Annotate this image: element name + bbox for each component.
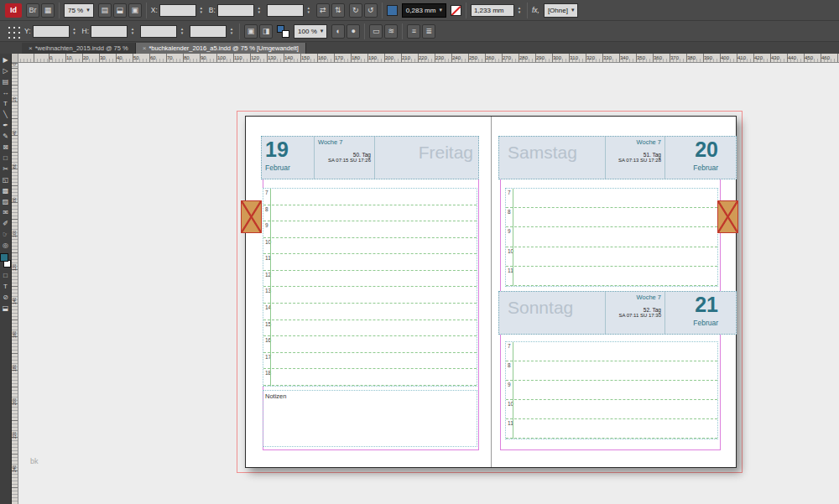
friday-header-frame[interactable]: 19 Februar Woche 7 50. Tag SA 07:15 SU 1… <box>261 136 479 179</box>
line-tool[interactable]: ╲ <box>0 109 11 120</box>
chevron-down-icon: ▾ <box>86 7 90 13</box>
hour-row: 10 <box>506 400 717 419</box>
close-tab-icon[interactable]: × <box>143 44 147 52</box>
wrap-none-button[interactable]: ▭ <box>369 24 383 39</box>
sunday-week-label: Woche 7 <box>609 294 661 301</box>
pencil-tool[interactable]: ✎ <box>0 131 11 142</box>
gradient-swatch-tool[interactable]: ▩ <box>0 185 11 196</box>
fill-stroke-swatch[interactable] <box>0 253 11 268</box>
corner-radius-input[interactable]: 1,233 mm <box>471 4 514 17</box>
saturday-hour-grid[interactable]: 7891011 <box>505 188 718 287</box>
separator <box>466 3 466 18</box>
friday-hour-grid[interactable]: 789101112131415161718 <box>263 188 477 387</box>
zoom-level-select[interactable]: 75 %▾ <box>64 3 94 18</box>
scissors-tool[interactable]: ✂ <box>0 164 11 174</box>
screen-mode-tool-button[interactable]: ⬓ <box>0 303 11 314</box>
ruler-label: 300 <box>553 54 570 62</box>
sunday-header-frame[interactable]: Sonntag Woche 7 52. Tag SA 07:11 SU 17:3… <box>498 291 737 335</box>
tab-buchkalender-2016[interactable]: × *buchkalender_2016_a5.indd @ 75 % [Umg… <box>136 43 306 54</box>
reference-point-proxy[interactable] <box>5 23 20 39</box>
stroke-weight-select[interactable]: 0,283 mm▾ <box>402 3 446 18</box>
ruler-label: 290 <box>536 54 553 62</box>
saturday-date-cell: 20 Februar <box>665 137 736 179</box>
type-tool[interactable]: T <box>0 98 11 109</box>
zoom-tool[interactable]: ◎ <box>0 240 11 251</box>
effects-button[interactable]: ◐ <box>331 24 345 39</box>
flip-horizontal-button[interactable]: ⇄ <box>316 3 330 18</box>
bridge-button[interactable]: Br <box>26 3 39 18</box>
separator <box>146 3 147 18</box>
opacity-select[interactable]: 100 %▾ <box>294 24 327 39</box>
saturday-header-frame[interactable]: Samstag Woche 7 51. Tag SA 07:13 SU 17:2… <box>498 136 737 179</box>
hour-row: 9 <box>506 227 717 247</box>
document-canvas[interactable]: 19 Februar Woche 7 50. Tag SA 07:15 SU 1… <box>18 63 839 504</box>
height-stepper[interactable] <box>129 25 136 38</box>
free-transform-tool[interactable]: ◱ <box>0 174 11 185</box>
scale-x-stepper[interactable] <box>305 4 312 17</box>
vertical-ruler[interactable]: 020406080100120140160180200220240 <box>12 63 18 504</box>
align-center-button[interactable]: ≣ <box>422 24 435 39</box>
screen-mode-button[interactable]: ⬓ <box>113 3 127 18</box>
friday-sun-times: SA 07:15 SU 17:26 <box>318 158 371 163</box>
bookmark-placeholder-right[interactable] <box>717 200 738 233</box>
y-input[interactable] <box>33 25 70 38</box>
view-options-button[interactable]: ▤ <box>98 3 112 18</box>
stroke-type-swatch[interactable] <box>451 5 461 16</box>
gradient-feather-tool[interactable]: ▨ <box>0 196 11 207</box>
rotate-ccw-button[interactable]: ↺ <box>364 3 378 18</box>
rectangle-tool[interactable]: □ <box>0 153 11 164</box>
selection-tool[interactable]: ▶ <box>0 55 11 65</box>
arrange-documents-button[interactable]: ▣ <box>128 3 142 18</box>
height-input[interactable] <box>91 25 128 38</box>
fit-content-button[interactable]: ▣ <box>244 24 258 39</box>
page-tool[interactable]: ▤ <box>0 76 11 87</box>
apply-none-button[interactable]: ⊘ <box>0 292 11 303</box>
bookmark-placeholder-left[interactable] <box>241 200 262 233</box>
gap-tool[interactable]: ↔ <box>0 87 11 98</box>
rotate-cw-button[interactable]: ↻ <box>349 3 362 18</box>
ruler-label: 140 <box>12 298 17 331</box>
y-stepper[interactable] <box>71 25 78 38</box>
wrap-around-button[interactable]: ≋ <box>384 24 398 39</box>
notes-frame[interactable]: Notizen <box>263 390 477 447</box>
width-stepper[interactable] <box>256 4 263 17</box>
rotation-stepper[interactable] <box>179 25 185 38</box>
touch-workspace-button[interactable]: ▦ <box>41 3 55 18</box>
scale-x-input[interactable] <box>267 4 304 17</box>
hand-tool[interactable]: ☞ <box>0 229 11 240</box>
formatting-affects-text-button[interactable]: T <box>0 281 11 292</box>
corner-radius-stepper[interactable] <box>516 4 523 17</box>
page-spread[interactable]: 19 Februar Woche 7 50. Tag SA 07:15 SU 1… <box>245 116 737 468</box>
stroke-color-swatch[interactable] <box>387 5 398 16</box>
flip-vertical-button[interactable]: ⇅ <box>331 3 345 18</box>
drop-shadow-button[interactable]: ● <box>347 24 360 39</box>
close-tab-icon[interactable]: × <box>29 44 33 52</box>
object-style-select[interactable]: [Ohne]▾ <box>544 3 579 18</box>
sunday-hour-grid[interactable]: 7891011 <box>505 341 718 439</box>
pen-tool[interactable]: ✒ <box>0 120 11 131</box>
control-panel-row-2: Y: H: ▣◨ 100 %▾ ◐● <box>0 21 839 42</box>
hour-row: 13 <box>263 287 477 304</box>
ruler-origin-box[interactable] <box>12 54 18 63</box>
note-tool[interactable]: ✉ <box>0 207 11 218</box>
eyedropper-tool[interactable]: ✐ <box>0 218 11 229</box>
formatting-affects-container-button[interactable]: □ <box>0 270 11 281</box>
tab-weihnachten-2015[interactable]: × *weihnachten_2015.indd @ 75 % <box>22 43 136 54</box>
shear-input[interactable] <box>190 25 227 38</box>
rotation-input[interactable] <box>140 25 177 38</box>
x-stepper[interactable] <box>198 4 205 17</box>
fill-stroke-mini-swatch[interactable] <box>277 25 289 38</box>
ruler-label: 360 <box>654 54 670 62</box>
effects-fx-button[interactable]: fx, <box>532 6 539 14</box>
control-panel-row-1: Id Br▦ 75 %▾ ▤⬓▣ X: B: ⇄⇅ <box>0 0 839 21</box>
x-input[interactable] <box>159 4 196 17</box>
rectangle-frame-tool[interactable]: ⊠ <box>0 142 11 153</box>
fit-frame-button[interactable]: ◨ <box>259 24 273 39</box>
shear-stepper[interactable] <box>228 25 235 38</box>
horizontal-ruler[interactable]: 0102030405060708090100110120130140150160… <box>18 54 839 63</box>
spread-spine <box>491 117 492 467</box>
width-input[interactable] <box>217 4 254 17</box>
fill-swatch[interactable] <box>0 253 8 262</box>
align-left-button[interactable]: ≡ <box>407 24 420 39</box>
direct-selection-tool[interactable]: ▷ <box>0 65 11 76</box>
